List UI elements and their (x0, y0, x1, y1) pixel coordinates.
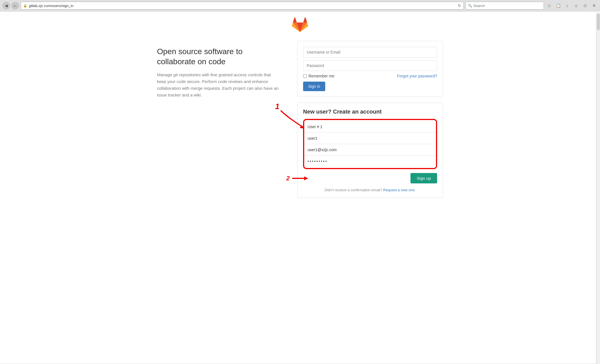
signin-form: Remember me Forgot your password? Sign i… (297, 41, 443, 97)
annotation-2-label: 2 (286, 175, 290, 182)
right-panel: Remember me Forgot your password? Sign i… (297, 41, 443, 198)
reload-button[interactable]: ↻ (458, 3, 461, 8)
back-icon: ◀ (5, 3, 8, 8)
sign-in-button[interactable]: Sign in (303, 82, 325, 91)
reg-email-input[interactable] (304, 144, 436, 156)
scrollbar[interactable] (596, 12, 600, 363)
menu-icon[interactable]: ≡ (590, 2, 598, 9)
password-input[interactable] (303, 60, 437, 71)
form-options-row: Remember me Forgot your password? (303, 74, 437, 78)
reg-password-input[interactable] (304, 156, 436, 167)
url-input[interactable] (29, 4, 456, 8)
browser-icons: ☆ 📋 ↓ ⌂ ☺ ≡ (546, 2, 598, 9)
left-panel: Open source software to collaborate on c… (157, 41, 280, 198)
reading-list-icon[interactable]: 📋 (555, 2, 562, 9)
svg-marker-2 (304, 176, 308, 180)
search-icon: 🔍 (468, 4, 472, 8)
bookmark-icon[interactable]: ☆ (546, 2, 553, 9)
confirmation-text: Didn't receive a confirmation email? (325, 188, 382, 192)
forgot-password-link[interactable]: Forgot your password? (397, 74, 437, 78)
remember-me-checkbox[interactable] (303, 74, 307, 78)
gitlab-logo (292, 17, 308, 33)
fullname-input[interactable] (304, 121, 436, 133)
search-bar-container[interactable]: 🔍 (465, 2, 544, 10)
sign-up-button[interactable]: Sign up (410, 173, 437, 183)
search-input[interactable] (473, 4, 541, 8)
nav-buttons: ◀ ▶ (2, 2, 19, 10)
register-section: New user? Create an account 1 (297, 103, 443, 198)
signup-row: 2 Sign up (303, 173, 437, 183)
logo-bar (0, 11, 600, 35)
main-layout: Open source software to collaborate on c… (146, 35, 454, 209)
person-icon[interactable]: ☺ (581, 2, 589, 9)
back-button[interactable]: ◀ (2, 2, 10, 10)
remember-me-label[interactable]: Remember me (303, 74, 334, 78)
lock-icon: 🔒 (23, 4, 27, 8)
register-heading: New user? Create an account (303, 109, 437, 115)
page-heading: Open source software to collaborate on c… (157, 47, 280, 67)
address-bar[interactable]: 🔒 ↻ (21, 2, 464, 10)
register-form (303, 119, 437, 169)
forward-button[interactable]: ▶ (11, 2, 19, 10)
arrow-2-container: 2 (286, 174, 310, 183)
arrow-2-svg (291, 174, 310, 183)
scrollbar-thumb[interactable] (597, 13, 600, 30)
page-description: Manage git repositories with fine graine… (157, 72, 280, 98)
username-input[interactable] (303, 47, 437, 57)
request-new-link[interactable]: Request a new one. (383, 188, 416, 192)
download-icon[interactable]: ↓ (564, 2, 571, 9)
browser-toolbar: ◀ ▶ 🔒 ↻ 🔍 ☆ 📋 ↓ ⌂ ☺ ≡ (0, 0, 600, 11)
page-content: Open source software to collaborate on c… (0, 11, 600, 363)
home-icon[interactable]: ⌂ (573, 2, 580, 9)
reg-username-input[interactable] (304, 133, 436, 144)
browser-chrome: ◀ ▶ 🔒 ↻ 🔍 ☆ 📋 ↓ ⌂ ☺ ≡ (0, 0, 600, 11)
confirmation-section: Didn't receive a confirmation email? Req… (303, 188, 437, 192)
forward-icon: ▶ (14, 3, 17, 8)
